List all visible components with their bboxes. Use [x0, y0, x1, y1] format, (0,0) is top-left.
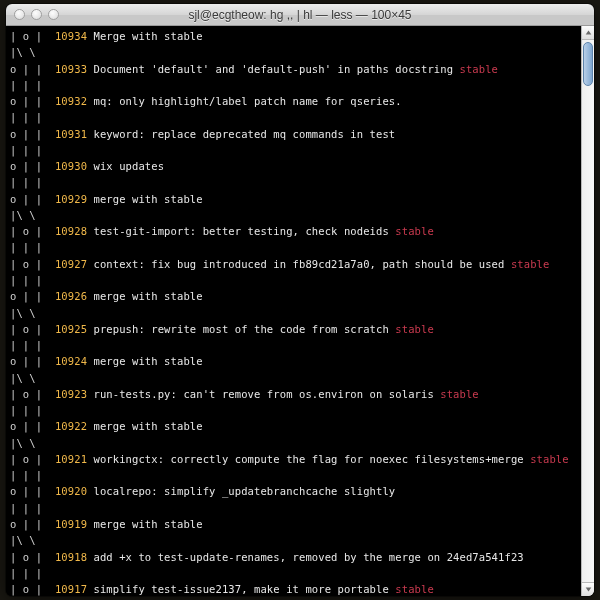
log-line: |\ \	[10, 370, 590, 386]
log-line: | | |	[10, 174, 590, 190]
revision-number: 10919	[55, 518, 87, 530]
log-line: | | |	[10, 142, 590, 158]
revision-number: 10924	[55, 355, 87, 367]
commit-message: test-git-import: better testing, check n…	[87, 225, 395, 237]
log-line: o | | 10926 merge with stable	[10, 288, 590, 304]
commit-message: Merge with stable	[87, 30, 203, 42]
log-line: | o | 10918 add +x to test-update-rename…	[10, 549, 590, 565]
graph-segment: | o |	[10, 30, 55, 42]
revision-number: 10917	[55, 583, 87, 595]
log-line: | | |	[10, 239, 590, 255]
graph-segment: | | |	[10, 241, 42, 253]
scrollbar[interactable]	[581, 26, 594, 596]
graph-segment: | | |	[10, 469, 42, 481]
zoom-icon[interactable]	[48, 9, 59, 20]
graph-segment: | o |	[10, 323, 55, 335]
graph-segment: o | |	[10, 63, 55, 75]
commit-message: context: fix bug introduced in fb89cd21a…	[87, 258, 511, 270]
graph-segment: |\ \	[10, 46, 36, 58]
revision-number: 10933	[55, 63, 87, 75]
log-line: o | | 10929 merge with stable	[10, 191, 590, 207]
log-line: | | |	[10, 272, 590, 288]
log-line: |\ \	[10, 44, 590, 60]
branch-tag: stable	[460, 63, 499, 75]
revision-number: 10922	[55, 420, 87, 432]
commit-message: add +x to test-update-renames, removed b…	[87, 551, 524, 563]
commit-message: localrepo: simplify _updatebranchcache s…	[87, 485, 395, 497]
commit-message: merge with stable	[87, 420, 203, 432]
revision-number: 10927	[55, 258, 87, 270]
log-line: | | |	[10, 565, 590, 581]
scroll-up-button[interactable]	[582, 26, 594, 40]
graph-segment: | o |	[10, 453, 55, 465]
log-line: |\ \	[10, 532, 590, 548]
log-line: |\ \	[10, 207, 590, 223]
graph-segment: | o |	[10, 551, 55, 563]
scroll-thumb[interactable]	[583, 42, 593, 86]
log-line: o | | 10922 merge with stable	[10, 418, 590, 434]
branch-tag: stable	[530, 453, 569, 465]
log-line: | | |	[10, 467, 590, 483]
commit-message: mq: only highlight/label patch name for …	[87, 95, 402, 107]
graph-segment: o | |	[10, 420, 55, 432]
revision-number: 10931	[55, 128, 87, 140]
graph-segment: |\ \	[10, 307, 36, 319]
graph-segment: o | |	[10, 128, 55, 140]
traffic-lights	[14, 9, 59, 20]
graph-segment: | o |	[10, 258, 55, 270]
revision-number: 10918	[55, 551, 87, 563]
log-line: | | |	[10, 337, 590, 353]
commit-message: keyword: replace deprecated mq commands …	[87, 128, 395, 140]
commit-message: merge with stable	[87, 290, 203, 302]
graph-segment: | | |	[10, 339, 42, 351]
graph-segment: | | |	[10, 111, 42, 123]
log-line: | | |	[10, 109, 590, 125]
revision-number: 10930	[55, 160, 87, 172]
revision-number: 10923	[55, 388, 87, 400]
commit-message: merge with stable	[87, 355, 203, 367]
log-line: | o | 10921 workingctx: correctly comput…	[10, 451, 590, 467]
terminal-content[interactable]: | o | 10934 Merge with stable|\ \o | | 1…	[6, 26, 594, 596]
minimize-icon[interactable]	[31, 9, 42, 20]
branch-tag: stable	[395, 323, 434, 335]
graph-segment: o | |	[10, 355, 55, 367]
revision-number: 10926	[55, 290, 87, 302]
revision-number: 10920	[55, 485, 87, 497]
log-line: | o | 10925 prepush: rewrite most of the…	[10, 321, 590, 337]
log-line: | | |	[10, 77, 590, 93]
commit-message: prepush: rewrite most of the code from s…	[87, 323, 395, 335]
graph-segment: o | |	[10, 518, 55, 530]
commit-message: workingctx: correctly compute the flag f…	[87, 453, 530, 465]
revision-number: 10925	[55, 323, 87, 335]
log-line: | o | 10927 context: fix bug introduced …	[10, 256, 590, 272]
revision-number: 10928	[55, 225, 87, 237]
graph-segment: | o |	[10, 225, 55, 237]
branch-tag: stable	[395, 225, 434, 237]
log-line: | | |	[10, 500, 590, 516]
commit-message: wix updates	[87, 160, 164, 172]
graph-segment: o | |	[10, 485, 55, 497]
scroll-down-button[interactable]	[582, 582, 594, 596]
log-line: o | | 10930 wix updates	[10, 158, 590, 174]
log-line: | | |	[10, 402, 590, 418]
graph-segment: |\ \	[10, 372, 36, 384]
log-line: o | | 10920 localrepo: simplify _updateb…	[10, 483, 590, 499]
graph-segment: o | |	[10, 160, 55, 172]
log-line: | o | 10917 simplify test-issue2137, mak…	[10, 581, 590, 596]
revision-number: 10934	[55, 30, 87, 42]
log-line: o | | 10931 keyword: replace deprecated …	[10, 126, 590, 142]
window-title: sjl@ecgtheow: hg ,, | hl — less — 100×45	[6, 8, 594, 22]
graph-segment: o | |	[10, 193, 55, 205]
graph-segment: | | |	[10, 404, 42, 416]
commit-message: merge with stable	[87, 518, 203, 530]
graph-segment: o | |	[10, 95, 55, 107]
close-icon[interactable]	[14, 9, 25, 20]
graph-segment: | | |	[10, 567, 42, 579]
titlebar[interactable]: sjl@ecgtheow: hg ,, | hl — less — 100×45	[6, 4, 594, 26]
graph-segment: | o |	[10, 388, 55, 400]
log-line: o | | 10919 merge with stable	[10, 516, 590, 532]
log-line: o | | 10933 Document 'default' and 'defa…	[10, 61, 590, 77]
revision-number: 10929	[55, 193, 87, 205]
graph-segment: | | |	[10, 502, 42, 514]
graph-segment: o | |	[10, 290, 55, 302]
